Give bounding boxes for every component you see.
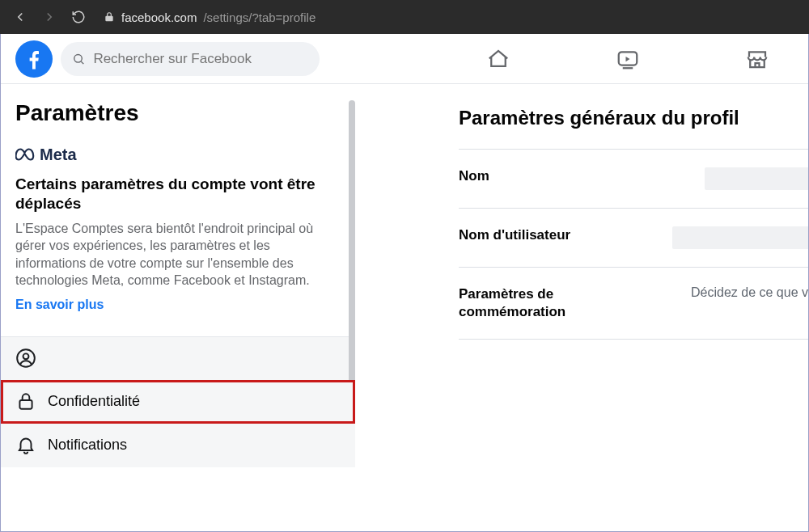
search-input[interactable] <box>93 51 308 67</box>
settings-main: Paramètres généraux du profil Nom Nom d'… <box>355 84 808 531</box>
sidebar-item-profile[interactable] <box>1 336 355 380</box>
setting-row-memorialization[interactable]: Paramètres de commémoration Décidez de c… <box>459 267 808 340</box>
meta-brand-text: Meta <box>40 146 77 164</box>
reload-icon <box>71 10 86 24</box>
setting-row-name[interactable]: Nom <box>459 149 808 208</box>
arrow-left-icon <box>13 10 28 24</box>
app-area: Paramètres Meta Certains paramètres du c… <box>0 34 809 532</box>
svg-point-0 <box>74 54 83 62</box>
setting-description: Décidez de ce que v <box>691 285 808 300</box>
marketplace-icon <box>745 47 769 71</box>
setting-row-username[interactable]: Nom d'utilisateur <box>459 208 808 267</box>
fb-topbar <box>1 34 808 84</box>
sidebar-item-privacy[interactable]: Confidentialité <box>1 380 355 424</box>
main-title: Paramètres généraux du profil <box>355 107 808 149</box>
meta-headline: Certains paramètres du compte vont être … <box>15 175 341 213</box>
meta-learn-more-link[interactable]: En savoir plus <box>15 298 341 312</box>
forward-button[interactable] <box>37 5 61 29</box>
sidebar-list: Confidentialité Notifications <box>1 336 355 467</box>
setting-label: Nom d'utilisateur <box>459 226 641 244</box>
home-icon <box>486 47 510 71</box>
nav-marketplace[interactable] <box>729 40 786 78</box>
person-icon <box>15 348 36 369</box>
settings-sidebar: Paramètres Meta Certains paramètres du c… <box>1 84 355 531</box>
sidebar-item-label: Notifications <box>48 437 127 454</box>
top-nav <box>470 40 794 78</box>
settings-rows: Nom Nom d'utilisateur Paramètres de comm… <box>355 149 808 340</box>
search-box[interactable] <box>61 42 320 76</box>
sidebar-item-notifications[interactable]: Notifications <box>1 424 355 467</box>
setting-label: Paramètres de commémoration <box>459 285 641 321</box>
lock-icon <box>104 11 115 23</box>
setting-label: Nom <box>459 167 641 185</box>
browser-chrome: facebook.com/settings/?tab=profile <box>0 0 809 34</box>
back-button[interactable] <box>8 5 32 29</box>
nav-home[interactable] <box>470 40 527 78</box>
sidebar-title: Paramètres <box>1 100 355 137</box>
facebook-f-icon <box>22 47 46 71</box>
search-icon <box>72 52 85 66</box>
meta-notice: Meta Certains paramètres du compte vont … <box>1 137 355 325</box>
sidebar-item-label: Confidentialité <box>48 393 140 410</box>
svg-rect-4 <box>19 400 32 409</box>
facebook-logo[interactable] <box>15 40 53 78</box>
reload-button[interactable] <box>66 5 91 29</box>
setting-value-placeholder <box>672 226 808 249</box>
address-bar[interactable]: facebook.com/settings/?tab=profile <box>104 11 316 24</box>
arrow-right-icon <box>42 10 57 24</box>
sidebar-scrollbar[interactable] <box>349 100 355 407</box>
nav-watch[interactable] <box>599 40 656 78</box>
svg-point-3 <box>23 353 29 359</box>
bell-icon <box>15 434 36 455</box>
watch-icon <box>616 47 640 71</box>
lock-icon <box>15 391 36 412</box>
url-path: /settings/?tab=profile <box>203 11 316 24</box>
setting-value-placeholder <box>705 167 808 190</box>
svg-point-2 <box>17 349 35 367</box>
meta-description: L'Espace Comptes sera bientôt l'endroit … <box>15 220 341 289</box>
fb-body: Paramètres Meta Certains paramètres du c… <box>1 84 808 531</box>
meta-brand: Meta <box>15 144 341 165</box>
url-host: facebook.com <box>121 11 197 24</box>
meta-infinity-icon <box>15 144 36 165</box>
